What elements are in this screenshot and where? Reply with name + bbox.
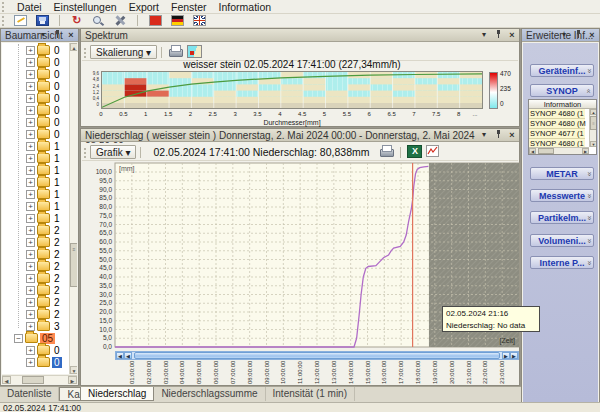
expand-icon[interactable]: + <box>26 202 35 211</box>
chevron-down-icon[interactable]: » <box>583 69 595 73</box>
toolbar-grip[interactable] <box>2 16 5 26</box>
expand-icon[interactable]: + <box>26 238 35 247</box>
section-button-partikelm[interactable]: Partikelm...» <box>530 211 594 224</box>
synop-table-header[interactable]: Information <box>529 100 596 109</box>
scroll-thumb[interactable]: ≡ <box>590 116 597 130</box>
menu-item-export[interactable]: Export <box>123 0 165 13</box>
chevron-down-icon[interactable]: » <box>583 239 595 243</box>
tab-intensit-t-1-min-[interactable]: Intensität (1 min) <box>266 387 355 401</box>
expand-icon[interactable]: + <box>26 190 35 199</box>
scroll-down-arrow[interactable]: ▼ <box>70 366 77 374</box>
tree-view[interactable]: +0+0+0+0+0+0+0+0+1+1+1+1+1+1+1+2+2+2+2+2… <box>2 43 77 374</box>
close-icon[interactable]: × <box>507 130 517 140</box>
tree-item[interactable]: +2 <box>2 308 69 320</box>
expand-icon[interactable]: + <box>26 214 35 223</box>
scroll-up-arrow[interactable]: ▲ <box>590 109 597 115</box>
expand-icon[interactable]: + <box>26 298 35 307</box>
excel-export-icon[interactable]: X <box>407 145 422 158</box>
tree-vertical-scrollbar[interactable]: ▲ ≡ ▼ <box>69 43 77 374</box>
intensity-chart-icon[interactable] <box>426 145 441 158</box>
flag-germany-icon[interactable] <box>171 15 184 26</box>
tree-item[interactable]: +0 <box>2 116 69 128</box>
expand-icon[interactable]: + <box>26 70 35 79</box>
expand-icon[interactable]: + <box>26 166 35 175</box>
tree-item[interactable]: −05 <box>2 332 69 344</box>
expand-icon[interactable]: + <box>26 346 35 355</box>
pin-icon[interactable] <box>493 130 503 140</box>
scroll-left-arrow[interactable]: ◀ <box>2 376 11 384</box>
scroll-thumb[interactable] <box>538 148 554 154</box>
tree-item[interactable]: +0 <box>2 344 69 356</box>
print-icon[interactable] <box>379 145 394 158</box>
tools-icon[interactable] <box>114 15 127 26</box>
menu-item-einstellungen[interactable]: Einstellungen <box>48 0 123 13</box>
tree-item[interactable]: +0 <box>2 104 69 116</box>
expand-icon[interactable]: + <box>26 118 35 127</box>
section-button-metar[interactable]: METAR» <box>530 167 594 180</box>
pin-icon[interactable] <box>52 30 62 40</box>
menu-item-datei[interactable]: Datei <box>11 0 48 13</box>
scroll-right-arrow[interactable]: ▶ <box>68 376 77 384</box>
tree-item[interactable]: +0 <box>2 356 69 368</box>
tree-item[interactable]: +2 <box>2 224 69 236</box>
chevron-down-icon[interactable]: ▾ <box>559 30 569 40</box>
tree-item[interactable]: +2 <box>2 296 69 308</box>
synop-table-row[interactable]: SYNOP 4677 (1 <box>529 129 585 139</box>
tree-item[interactable]: +2 <box>2 272 69 284</box>
close-icon[interactable]: × <box>587 30 597 40</box>
scroll-thumb[interactable]: ≡ <box>70 243 77 287</box>
expand-icon[interactable]: + <box>26 226 35 235</box>
section-button-gerteinf[interactable]: Geräteinf...» <box>530 64 594 77</box>
scroll-right-arrow[interactable]: ▶ <box>582 148 589 154</box>
chevron-down-icon[interactable]: ▾ <box>479 30 489 40</box>
rain-chart-scrollbar[interactable]: ◀ ◀ ▶ ▶ <box>115 351 519 360</box>
section-button-messwerte[interactable]: Messwerte» <box>530 189 594 202</box>
tree-item[interactable]: +0 <box>2 80 69 92</box>
close-icon[interactable]: × <box>507 30 517 40</box>
spectrum-heatmap[interactable] <box>101 71 483 109</box>
expand-icon[interactable]: + <box>26 286 35 295</box>
grafik-button[interactable]: Grafik ▾ <box>90 145 136 159</box>
tree-item[interactable]: +3 <box>2 320 69 332</box>
expand-icon[interactable]: + <box>26 106 35 115</box>
synop-table-row[interactable]: SYNOP 4680 (M <box>529 119 585 129</box>
toolbar-grip[interactable] <box>84 48 87 58</box>
expand-icon[interactable]: + <box>26 82 35 91</box>
chevron-down-icon[interactable]: » <box>583 172 595 176</box>
tree-item[interactable]: +0 <box>2 68 69 80</box>
tree-item[interactable]: +1 <box>2 176 69 188</box>
chevron-down-icon[interactable]: ▾ <box>38 30 48 40</box>
tree-item[interactable]: +0 <box>2 92 69 104</box>
tree-item[interactable]: +2 <box>2 236 69 248</box>
menubar-grip[interactable] <box>2 2 5 12</box>
refresh-icon[interactable]: ↻ <box>70 15 83 26</box>
tab-datenliste[interactable]: Datenliste <box>0 387 59 401</box>
scroll-right-arrow[interactable]: ▶ <box>510 352 518 359</box>
chevron-down-icon[interactable]: » <box>583 194 595 198</box>
tree-item[interactable]: +0 <box>2 56 69 68</box>
new-document-icon[interactable] <box>14 15 27 26</box>
tree-item[interactable]: +1 <box>2 200 69 212</box>
synop-table[interactable]: Information SYNOP 4680 (1SYNOP 4680 (MSY… <box>528 99 597 155</box>
scroll-down-arrow[interactable]: ▼ <box>590 141 597 147</box>
expand-icon[interactable]: + <box>26 94 35 103</box>
pin-icon[interactable] <box>573 30 583 40</box>
menu-item-fenster[interactable]: Fenster <box>165 0 213 13</box>
close-icon[interactable]: × <box>66 30 76 40</box>
toolbar-grip[interactable] <box>84 148 87 158</box>
tree-item[interactable]: +1 <box>2 152 69 164</box>
expand-icon[interactable]: + <box>26 130 35 139</box>
flag-red-icon[interactable] <box>149 15 162 26</box>
expand-icon[interactable]: + <box>26 142 35 151</box>
flag-uk-icon[interactable] <box>193 15 206 26</box>
collapse-icon[interactable]: − <box>14 334 23 343</box>
expand-icon[interactable]: + <box>26 178 35 187</box>
synop-vertical-scrollbar[interactable]: ▲ ≡ ▼ <box>589 109 596 147</box>
expand-icon[interactable]: + <box>26 358 35 367</box>
expand-icon[interactable]: + <box>26 250 35 259</box>
tab-niederschlag[interactable]: Niederschlag <box>80 387 154 401</box>
tree-item[interactable]: +1 <box>2 212 69 224</box>
expand-icon[interactable]: + <box>26 274 35 283</box>
tab-niederschlagssumme[interactable]: Niederschlagssumme <box>154 387 265 401</box>
tree-item[interactable]: +2 <box>2 284 69 296</box>
